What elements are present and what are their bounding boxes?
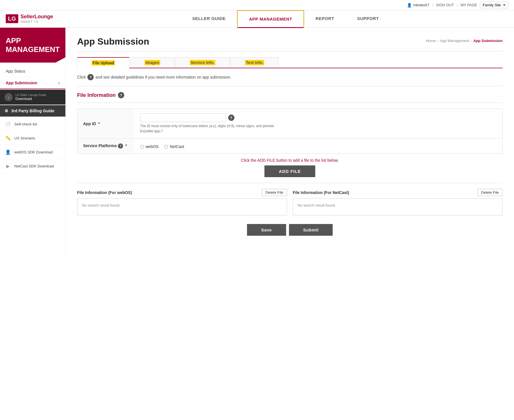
download-icon: ↓	[5, 93, 13, 101]
netcast-icon: ▶	[5, 163, 11, 169]
self-check-label: Self-check list	[14, 122, 37, 126]
add-file-button[interactable]: ADD FILE	[264, 165, 315, 177]
sidebar-webos-sdk[interactable]: 👤 webOS SDK Download	[0, 145, 65, 159]
sidebar-guide-download[interactable]: ↓ LG Seller Lounge Guide Download	[0, 90, 65, 105]
file-webos-title: File Information (For webOS)	[77, 190, 132, 195]
click-label: Click	[77, 75, 86, 79]
app-id-value-cell: ? The ID must consist only of lowercase …	[134, 109, 503, 139]
file-webos-section: File Information (For webOS) Delete File…	[77, 189, 287, 215]
document-icon: 📄	[5, 121, 11, 127]
logo-smart-tv: SMART TV	[21, 20, 53, 24]
page-divider	[77, 51, 503, 51]
sidebar-menu: App Status App Submission › ↓ LG Seller …	[0, 63, 65, 176]
ux-scenario-label: UX Scenario	[14, 136, 35, 140]
netcast-sdk-label: NetCast SDK Download	[14, 164, 54, 168]
breadcrumb: Home › App Management › App Submission	[426, 39, 503, 43]
tab-file-upload[interactable]: File Upload	[77, 57, 129, 68]
user-icon: 👤	[407, 3, 412, 7]
nav-report[interactable]: REPORT	[304, 10, 346, 28]
app-id-hint: The ID must consist only of lowercase le…	[140, 123, 497, 134]
app-id-label: App ID	[83, 121, 96, 126]
user-info: 👤 mboles57	[407, 3, 429, 7]
section-title: File Information ?	[77, 92, 503, 98]
file-netcast-title: File Information (For NetCast)	[293, 190, 349, 195]
webos-label: webOS	[146, 144, 159, 149]
guide-sub-label: LG Seller Lounge Guide	[15, 93, 46, 97]
sidebar-item-app-status[interactable]: App Status	[0, 65, 65, 77]
section-help-icon[interactable]: ?	[118, 92, 124, 98]
sidebar-self-check[interactable]: 📄 Self-check list	[0, 117, 65, 131]
file-webos-body: No search result found.	[77, 198, 287, 215]
guide-download-label: Download	[15, 97, 46, 101]
sidebar-netcast-sdk[interactable]: ▶ NetCast SDK Download	[0, 159, 65, 173]
logo-lg: LG	[6, 14, 18, 23]
submit-button[interactable]: Submit	[289, 224, 333, 236]
layout: APP MANAGEMENT App Status App Submission…	[0, 28, 514, 256]
delete-netcast-button[interactable]: Delete File	[477, 189, 503, 196]
no-result-webos: No search result found.	[82, 203, 120, 207]
file-netcast-header: File Information (For NetCast) Delete Fi…	[293, 189, 503, 196]
tab-service-info-label: Service Info.	[190, 60, 215, 65]
sidebar-item-app-submission[interactable]: App Submission ›	[0, 77, 65, 89]
my-page-link[interactable]: MY PAGE	[461, 3, 477, 7]
radio-group: webOS NetCast	[140, 144, 497, 149]
webos-radio[interactable]	[140, 145, 144, 149]
nav-items: SELLER GUIDE APP MANAGEMENT REPORT SUPPO…	[63, 10, 508, 27]
file-tables: File Information (For webOS) Delete File…	[77, 189, 503, 215]
top-bar: 👤 mboles57 | SIGN OUT | MY PAGE Family S…	[0, 0, 514, 10]
section-divider-top	[77, 86, 503, 86]
billing-guide-label: 3rd Party Billing Guide	[11, 109, 54, 113]
app-id-row: App ID * ? The ID must consist only of l…	[77, 109, 503, 139]
service-platforms-required: *	[125, 143, 127, 148]
page-title: App Submission	[77, 36, 149, 47]
nav-seller-guide[interactable]: SELLER GUIDE	[181, 10, 237, 28]
tab-images[interactable]: Images	[130, 57, 174, 68]
sidebar-billing-guide[interactable]: ⚙ 3rd Party Billing Guide	[0, 105, 65, 117]
file-tables-divider	[77, 183, 503, 183]
sidebar-ux-scenario[interactable]: 📏 UX Scenario	[0, 131, 65, 145]
app-id-required: *	[98, 121, 100, 126]
logo-area: LG SellerLounge SMART TV	[6, 10, 63, 27]
add-file-hint: Click the ADD FILE button to add a file …	[77, 158, 503, 163]
file-netcast-body: No search result found.	[293, 198, 503, 215]
gear-icon: ⚙	[5, 109, 8, 113]
tab-file-upload-label: File Upload	[92, 60, 115, 65]
tab-test-info-label: Test Info.	[245, 60, 264, 65]
netcast-radio[interactable]	[164, 145, 168, 149]
save-button[interactable]: Save	[247, 224, 286, 236]
netcast-radio-label[interactable]: NetCast	[164, 144, 184, 149]
delete-webos-button[interactable]: Delete File	[262, 189, 287, 196]
breadcrumb-current: App Submission	[473, 39, 503, 43]
sidebar-header: APP MANAGEMENT	[0, 28, 65, 63]
logo-text: SellerLounge SMART TV	[21, 14, 53, 24]
logo-seller-lounge: SellerLounge	[21, 14, 53, 20]
guide-download-text: LG Seller Lounge Guide Download	[15, 93, 46, 101]
no-result-netcast: No search result found.	[298, 203, 336, 207]
tab-test-info[interactable]: Test Info.	[230, 57, 279, 68]
breadcrumb-app-management: App Management	[440, 39, 469, 43]
section-divider	[77, 103, 503, 103]
separator-1: |	[432, 3, 433, 7]
file-netcast-section: File Information (For NetCast) Delete Fi…	[293, 189, 503, 215]
section-title-text: File Information	[77, 92, 116, 98]
nav-app-management[interactable]: APP MANAGEMENT	[237, 10, 304, 28]
help-text: Click ? and see detailed guidelines if y…	[77, 74, 503, 80]
breadcrumb-sep-2: ›	[471, 39, 472, 43]
webos-icon: 👤	[5, 149, 11, 155]
help-icon[interactable]: ?	[87, 74, 94, 80]
family-site-select[interactable]: Family Site	[480, 2, 508, 8]
tab-service-info[interactable]: Service Info.	[175, 57, 230, 68]
scenario-icon: 📏	[5, 135, 11, 141]
sign-out-link[interactable]: SIGN OUT	[436, 3, 454, 7]
app-id-help-icon[interactable]: ?	[228, 115, 234, 121]
username: mboles57	[413, 3, 429, 7]
service-platforms-help-icon[interactable]: ?	[118, 143, 123, 149]
breadcrumb-sep-1: ›	[437, 39, 438, 43]
file-webos-header: File Information (For webOS) Delete File	[77, 189, 287, 196]
webos-radio-label[interactable]: webOS	[140, 144, 159, 149]
nav-support[interactable]: SUPPORT	[346, 10, 390, 28]
app-id-input[interactable]	[140, 113, 226, 122]
main-content: App Submission Home › App Management › A…	[66, 28, 514, 256]
app-id-label-cell: App ID *	[77, 109, 134, 139]
tabs: File Upload Images Service Info. Test In…	[77, 57, 503, 68]
